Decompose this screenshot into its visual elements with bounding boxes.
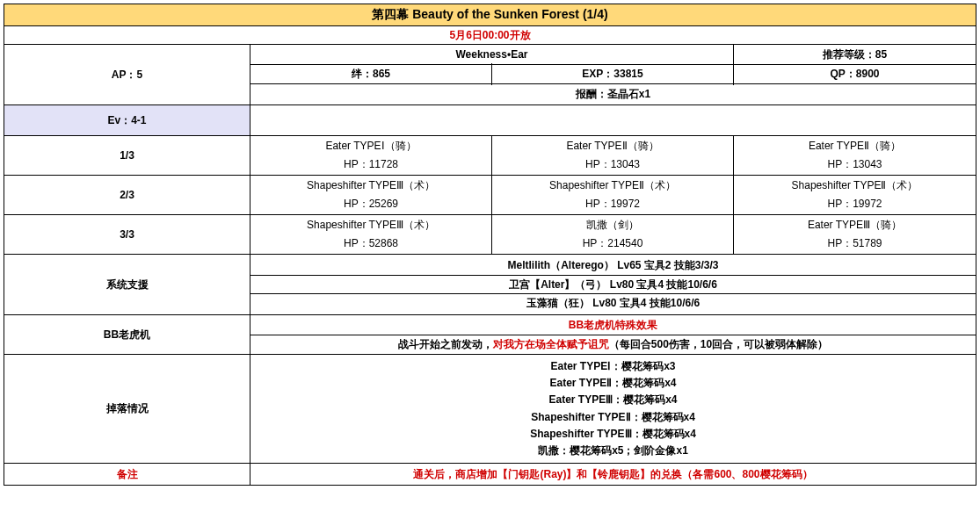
support-label: 系统支援: [4, 255, 250, 314]
schedule-table: 第四幕 Beauty of the Sunken Forest (1/4) 5月…: [4, 4, 976, 486]
qp-value: QP：8900: [734, 63, 976, 85]
wave-2-enemy-1: Shapeshifter TYPEⅢ（术） HP：25269: [250, 176, 492, 214]
ev-label: Ev：4-1: [4, 105, 250, 135]
exp-value: EXP：33815: [492, 63, 734, 85]
wave-3-label: 3/3: [4, 215, 250, 254]
wave-3-enemy-1: Shapeshifter TYPEⅢ（术） HP：52868: [250, 215, 492, 254]
open-date: 5月6日00:00开放: [4, 26, 976, 44]
wave-1-label: 1/3: [4, 136, 250, 175]
wave-3-enemy-2: 凯撒（剑） HP：214540: [492, 215, 734, 254]
drops-list: Eater TYPEⅠ：樱花筹码x3 Eater TYPEⅡ：樱花筹码x4 Ea…: [250, 355, 976, 463]
section-title: 第四幕 Beauty of the Sunken Forest (1/4): [4, 4, 976, 25]
support-list: Meltlilith（Alterego） Lv65 宝具2 技能3/3/3 卫宫…: [250, 255, 976, 314]
reward-value: 报酬：圣晶石x1: [250, 83, 976, 105]
drops-label: 掉落情况: [4, 355, 250, 463]
remark-text: 通关后，商店增加【门钥匙(Ray)】和【铃鹿钥匙】的兑换（各需600、800樱花…: [250, 464, 976, 485]
bond-value: 绊：865: [250, 63, 492, 85]
ap-label: AP：5: [4, 45, 250, 104]
bb-slot-content: BB老虎机特殊效果 战斗开始之前发动，对我方在场全体赋予诅咒（每回合500伤害，…: [250, 315, 976, 354]
wave-2-enemy-2: Shapeshifter TYPEⅡ（术） HP：19972: [492, 176, 734, 214]
wave-3-enemy-3: Eater TYPEⅢ（骑） HP：51789: [734, 215, 976, 254]
ev-empty: [250, 105, 976, 135]
wave-2-label: 2/3: [4, 176, 250, 214]
wave-1-enemy-1: Eater TYPEⅠ（骑） HP：11728: [250, 136, 492, 175]
wave-2-enemy-3: Shapeshifter TYPEⅡ（术） HP：19972: [734, 176, 976, 214]
remark-label: 备注: [4, 464, 250, 485]
bb-slot-label: BB老虎机: [4, 315, 250, 354]
wave-1-enemy-2: Eater TYPEⅡ（骑） HP：13043: [492, 136, 734, 175]
wave-1-enemy-3: Eater TYPEⅡ（骑） HP：13043: [734, 136, 976, 175]
